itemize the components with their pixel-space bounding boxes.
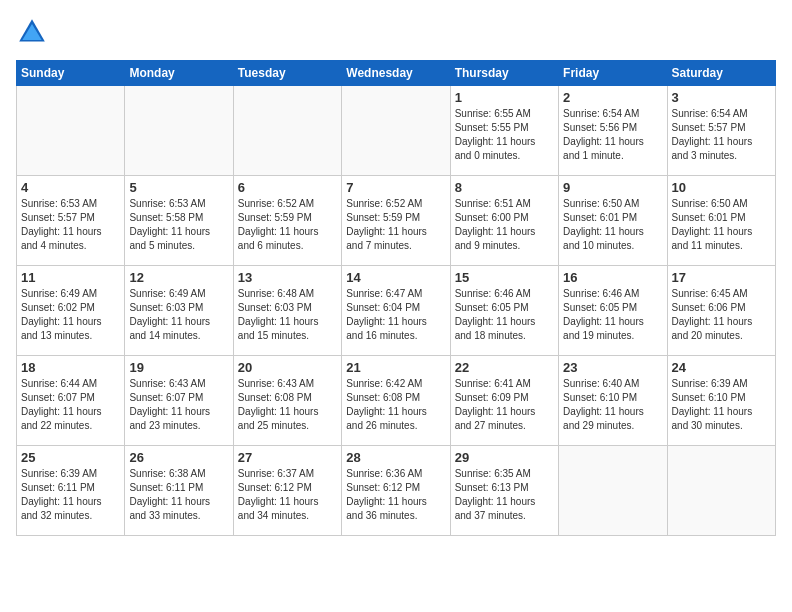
calendar-cell: 2Sunrise: 6:54 AM Sunset: 5:56 PM Daylig… [559,86,667,176]
day-number: 21 [346,360,445,375]
calendar-cell: 7Sunrise: 6:52 AM Sunset: 5:59 PM Daylig… [342,176,450,266]
calendar-week-row: 1Sunrise: 6:55 AM Sunset: 5:55 PM Daylig… [17,86,776,176]
calendar-week-row: 18Sunrise: 6:44 AM Sunset: 6:07 PM Dayli… [17,356,776,446]
calendar-cell [233,86,341,176]
day-info: Sunrise: 6:36 AM Sunset: 6:12 PM Dayligh… [346,467,445,523]
calendar-week-row: 11Sunrise: 6:49 AM Sunset: 6:02 PM Dayli… [17,266,776,356]
calendar-cell: 5Sunrise: 6:53 AM Sunset: 5:58 PM Daylig… [125,176,233,266]
day-number: 19 [129,360,228,375]
calendar-cell: 28Sunrise: 6:36 AM Sunset: 6:12 PM Dayli… [342,446,450,536]
day-number: 17 [672,270,771,285]
calendar-cell: 20Sunrise: 6:43 AM Sunset: 6:08 PM Dayli… [233,356,341,446]
calendar-header-row: SundayMondayTuesdayWednesdayThursdayFrid… [17,61,776,86]
weekday-header: Tuesday [233,61,341,86]
day-number: 28 [346,450,445,465]
calendar-cell: 9Sunrise: 6:50 AM Sunset: 6:01 PM Daylig… [559,176,667,266]
calendar-cell: 27Sunrise: 6:37 AM Sunset: 6:12 PM Dayli… [233,446,341,536]
calendar-cell: 21Sunrise: 6:42 AM Sunset: 6:08 PM Dayli… [342,356,450,446]
day-info: Sunrise: 6:54 AM Sunset: 5:56 PM Dayligh… [563,107,662,163]
day-info: Sunrise: 6:50 AM Sunset: 6:01 PM Dayligh… [672,197,771,253]
day-number: 23 [563,360,662,375]
day-info: Sunrise: 6:53 AM Sunset: 5:57 PM Dayligh… [21,197,120,253]
day-info: Sunrise: 6:40 AM Sunset: 6:10 PM Dayligh… [563,377,662,433]
day-info: Sunrise: 6:43 AM Sunset: 6:08 PM Dayligh… [238,377,337,433]
day-info: Sunrise: 6:39 AM Sunset: 6:10 PM Dayligh… [672,377,771,433]
day-info: Sunrise: 6:54 AM Sunset: 5:57 PM Dayligh… [672,107,771,163]
day-info: Sunrise: 6:37 AM Sunset: 6:12 PM Dayligh… [238,467,337,523]
calendar-cell [559,446,667,536]
day-info: Sunrise: 6:35 AM Sunset: 6:13 PM Dayligh… [455,467,554,523]
day-info: Sunrise: 6:50 AM Sunset: 6:01 PM Dayligh… [563,197,662,253]
calendar-cell: 29Sunrise: 6:35 AM Sunset: 6:13 PM Dayli… [450,446,558,536]
calendar-cell: 13Sunrise: 6:48 AM Sunset: 6:03 PM Dayli… [233,266,341,356]
calendar-cell: 10Sunrise: 6:50 AM Sunset: 6:01 PM Dayli… [667,176,775,266]
day-info: Sunrise: 6:46 AM Sunset: 6:05 PM Dayligh… [563,287,662,343]
day-info: Sunrise: 6:41 AM Sunset: 6:09 PM Dayligh… [455,377,554,433]
calendar-cell: 15Sunrise: 6:46 AM Sunset: 6:05 PM Dayli… [450,266,558,356]
day-number: 3 [672,90,771,105]
day-info: Sunrise: 6:52 AM Sunset: 5:59 PM Dayligh… [238,197,337,253]
day-number: 22 [455,360,554,375]
calendar-cell: 12Sunrise: 6:49 AM Sunset: 6:03 PM Dayli… [125,266,233,356]
calendar-cell: 24Sunrise: 6:39 AM Sunset: 6:10 PM Dayli… [667,356,775,446]
day-number: 20 [238,360,337,375]
day-number: 9 [563,180,662,195]
day-info: Sunrise: 6:39 AM Sunset: 6:11 PM Dayligh… [21,467,120,523]
day-number: 25 [21,450,120,465]
page-header [16,16,776,48]
calendar-cell: 11Sunrise: 6:49 AM Sunset: 6:02 PM Dayli… [17,266,125,356]
day-number: 16 [563,270,662,285]
calendar-cell: 4Sunrise: 6:53 AM Sunset: 5:57 PM Daylig… [17,176,125,266]
weekday-header: Wednesday [342,61,450,86]
day-info: Sunrise: 6:55 AM Sunset: 5:55 PM Dayligh… [455,107,554,163]
calendar-week-row: 4Sunrise: 6:53 AM Sunset: 5:57 PM Daylig… [17,176,776,266]
calendar-cell: 19Sunrise: 6:43 AM Sunset: 6:07 PM Dayli… [125,356,233,446]
calendar-cell [342,86,450,176]
logo [16,16,52,48]
day-number: 13 [238,270,337,285]
day-info: Sunrise: 6:38 AM Sunset: 6:11 PM Dayligh… [129,467,228,523]
weekday-header: Thursday [450,61,558,86]
day-number: 15 [455,270,554,285]
day-number: 29 [455,450,554,465]
day-number: 12 [129,270,228,285]
calendar-week-row: 25Sunrise: 6:39 AM Sunset: 6:11 PM Dayli… [17,446,776,536]
calendar-cell: 3Sunrise: 6:54 AM Sunset: 5:57 PM Daylig… [667,86,775,176]
day-info: Sunrise: 6:45 AM Sunset: 6:06 PM Dayligh… [672,287,771,343]
day-number: 14 [346,270,445,285]
day-info: Sunrise: 6:47 AM Sunset: 6:04 PM Dayligh… [346,287,445,343]
calendar-cell: 14Sunrise: 6:47 AM Sunset: 6:04 PM Dayli… [342,266,450,356]
calendar-cell: 23Sunrise: 6:40 AM Sunset: 6:10 PM Dayli… [559,356,667,446]
day-number: 11 [21,270,120,285]
day-info: Sunrise: 6:48 AM Sunset: 6:03 PM Dayligh… [238,287,337,343]
day-number: 26 [129,450,228,465]
weekday-header: Monday [125,61,233,86]
day-info: Sunrise: 6:43 AM Sunset: 6:07 PM Dayligh… [129,377,228,433]
day-info: Sunrise: 6:51 AM Sunset: 6:00 PM Dayligh… [455,197,554,253]
day-info: Sunrise: 6:44 AM Sunset: 6:07 PM Dayligh… [21,377,120,433]
logo-icon [16,16,48,48]
calendar-cell: 22Sunrise: 6:41 AM Sunset: 6:09 PM Dayli… [450,356,558,446]
weekday-header: Saturday [667,61,775,86]
day-number: 10 [672,180,771,195]
day-number: 7 [346,180,445,195]
weekday-header: Sunday [17,61,125,86]
day-info: Sunrise: 6:49 AM Sunset: 6:03 PM Dayligh… [129,287,228,343]
day-info: Sunrise: 6:42 AM Sunset: 6:08 PM Dayligh… [346,377,445,433]
calendar-cell: 6Sunrise: 6:52 AM Sunset: 5:59 PM Daylig… [233,176,341,266]
calendar-cell [667,446,775,536]
calendar-cell [17,86,125,176]
day-info: Sunrise: 6:52 AM Sunset: 5:59 PM Dayligh… [346,197,445,253]
calendar-cell: 17Sunrise: 6:45 AM Sunset: 6:06 PM Dayli… [667,266,775,356]
day-info: Sunrise: 6:49 AM Sunset: 6:02 PM Dayligh… [21,287,120,343]
day-number: 2 [563,90,662,105]
calendar-cell: 25Sunrise: 6:39 AM Sunset: 6:11 PM Dayli… [17,446,125,536]
calendar-cell: 8Sunrise: 6:51 AM Sunset: 6:00 PM Daylig… [450,176,558,266]
calendar-cell: 18Sunrise: 6:44 AM Sunset: 6:07 PM Dayli… [17,356,125,446]
day-number: 27 [238,450,337,465]
day-number: 5 [129,180,228,195]
calendar-cell: 1Sunrise: 6:55 AM Sunset: 5:55 PM Daylig… [450,86,558,176]
calendar-cell: 16Sunrise: 6:46 AM Sunset: 6:05 PM Dayli… [559,266,667,356]
day-number: 1 [455,90,554,105]
day-info: Sunrise: 6:53 AM Sunset: 5:58 PM Dayligh… [129,197,228,253]
